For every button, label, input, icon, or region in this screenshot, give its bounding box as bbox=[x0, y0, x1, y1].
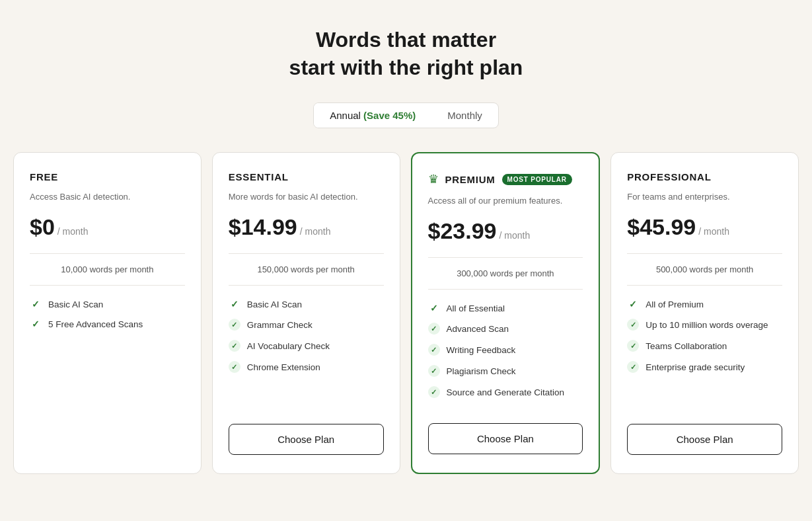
list-item: ✓Enterprise grade security bbox=[627, 361, 782, 373]
divider2-premium bbox=[428, 289, 583, 290]
feature-label: Enterprise grade security bbox=[646, 362, 745, 372]
plan-name-essential: ESSENTIAL bbox=[229, 171, 289, 182]
choose-plan-button-essential[interactable]: Choose Plan bbox=[229, 424, 384, 455]
plan-card-essential: ESSENTIALMore words for basic AI detecti… bbox=[212, 152, 400, 474]
list-item: ✓Plagiarism Check bbox=[428, 365, 583, 377]
plan-header-free: FREE bbox=[30, 171, 185, 186]
words-per-month-premium: 300,000 words per month bbox=[428, 268, 583, 278]
words-per-month-free: 10,000 words per month bbox=[30, 264, 185, 274]
list-item: ✓Basic AI Scan bbox=[229, 299, 384, 309]
price-period-professional: / month bbox=[698, 226, 729, 237]
plan-price-professional: $45.99/ month bbox=[627, 214, 782, 240]
crown-icon: ♛ bbox=[428, 172, 439, 186]
feature-label: AI Vocabulary Check bbox=[247, 341, 330, 351]
feature-label: Plagiarism Check bbox=[447, 366, 516, 376]
check-circle-icon: ✓ bbox=[428, 323, 440, 335]
list-item: ✓Teams Collaboration bbox=[627, 340, 782, 352]
plan-card-free: FREEAccess Basic AI detection.$0/ month1… bbox=[13, 152, 202, 474]
plans-container: FREEAccess Basic AI detection.$0/ month1… bbox=[13, 152, 799, 474]
plan-description-essential: More words for basic AI detection. bbox=[229, 192, 384, 204]
price-period-essential: / month bbox=[300, 226, 331, 237]
list-item: ✓5 Free Advanced Scans bbox=[30, 319, 185, 329]
plan-name-professional: PROFESSIONAL bbox=[627, 171, 711, 182]
words-per-month-essential: 150,000 words per month bbox=[229, 264, 384, 274]
price-amount-essential: $14.99 bbox=[229, 214, 297, 240]
check-circle-icon: ✓ bbox=[229, 361, 240, 373]
monthly-toggle-btn[interactable]: Monthly bbox=[431, 103, 498, 128]
price-period-premium: / month bbox=[499, 230, 531, 241]
list-item: ✓Writing Feedback bbox=[428, 344, 583, 356]
feature-label: All of Essential bbox=[447, 303, 505, 313]
divider1-free bbox=[30, 253, 185, 254]
divider2-professional bbox=[627, 285, 782, 286]
plan-name-premium: PREMIUM bbox=[445, 174, 496, 185]
feature-label: 5 Free Advanced Scans bbox=[48, 319, 143, 329]
features-list-free: ✓Basic AI Scan✓5 Free Advanced Scans bbox=[30, 299, 185, 439]
list-item: ✓All of Premium bbox=[627, 299, 782, 309]
feature-label: Teams Collaboration bbox=[646, 341, 727, 351]
price-amount-premium: $23.99 bbox=[428, 218, 497, 244]
price-amount-professional: $45.99 bbox=[627, 214, 696, 240]
divider2-essential bbox=[229, 285, 384, 286]
check-circle-icon: ✓ bbox=[627, 340, 639, 352]
list-item: ✓Advanced Scan bbox=[428, 323, 583, 335]
plan-header-professional: PROFESSIONAL bbox=[627, 171, 782, 186]
list-item: ✓AI Vocabulary Check bbox=[229, 340, 384, 352]
plan-header-essential: ESSENTIAL bbox=[229, 171, 384, 186]
list-item: ✓Chrome Extension bbox=[229, 361, 384, 373]
check-circle-icon: ✓ bbox=[627, 361, 639, 373]
words-per-month-professional: 500,000 words per month bbox=[627, 264, 782, 274]
plan-description-professional: For teams and enterprises. bbox=[627, 192, 782, 204]
billing-toggle: Annual (Save 45%) Monthly bbox=[313, 102, 499, 128]
plan-card-premium: ♛PREMIUMMOST POPULARAccess all of our pr… bbox=[411, 152, 601, 474]
divider1-premium bbox=[428, 257, 583, 258]
check-plain-icon: ✓ bbox=[428, 303, 440, 313]
feature-label: Source and Generate Citation bbox=[447, 387, 565, 397]
feature-label: Advanced Scan bbox=[447, 324, 509, 334]
plan-name-free: FREE bbox=[30, 171, 58, 182]
feature-label: All of Premium bbox=[646, 300, 704, 309]
plan-description-premium: Access all of our premium features. bbox=[428, 196, 583, 208]
feature-label: Up to 10 million words overage bbox=[646, 320, 768, 330]
feature-label: Basic AI Scan bbox=[247, 300, 302, 309]
check-circle-icon: ✓ bbox=[229, 340, 240, 352]
list-item: ✓Source and Generate Citation bbox=[428, 386, 583, 398]
check-circle-icon: ✓ bbox=[428, 344, 440, 356]
list-item: ✓Basic AI Scan bbox=[30, 299, 185, 309]
feature-label: Basic AI Scan bbox=[48, 300, 103, 309]
plan-price-free: $0/ month bbox=[30, 214, 185, 240]
choose-plan-button-premium[interactable]: Choose Plan bbox=[428, 423, 583, 454]
plan-description-free: Access Basic AI detection. bbox=[30, 192, 185, 204]
divider2-free bbox=[30, 285, 185, 286]
annual-toggle-btn[interactable]: Annual (Save 45%) bbox=[314, 103, 431, 128]
price-amount-free: $0 bbox=[30, 214, 55, 240]
check-plain-icon: ✓ bbox=[30, 299, 42, 309]
list-item: ✓Grammar Check bbox=[229, 319, 384, 331]
check-circle-icon: ✓ bbox=[428, 365, 440, 377]
price-period-free: / month bbox=[57, 226, 89, 237]
feature-label: Grammar Check bbox=[247, 320, 313, 330]
divider1-professional bbox=[627, 253, 782, 254]
plan-header-premium: ♛PREMIUMMOST POPULAR bbox=[428, 172, 583, 190]
plan-price-premium: $23.99/ month bbox=[428, 218, 583, 244]
features-list-essential: ✓Basic AI Scan✓Grammar Check✓AI Vocabula… bbox=[229, 299, 384, 408]
choose-plan-button-professional[interactable]: Choose Plan bbox=[627, 424, 782, 455]
check-plain-icon: ✓ bbox=[627, 299, 639, 309]
plan-price-essential: $14.99/ month bbox=[229, 214, 384, 240]
feature-label: Chrome Extension bbox=[247, 362, 320, 372]
features-list-premium: ✓All of Essential✓Advanced Scan✓Writing … bbox=[428, 303, 583, 407]
check-circle-icon: ✓ bbox=[627, 319, 639, 331]
check-circle-icon: ✓ bbox=[229, 319, 240, 331]
list-item: ✓Up to 10 million words overage bbox=[627, 319, 782, 331]
plan-card-professional: PROFESSIONALFor teams and enterprises.$4… bbox=[610, 152, 799, 474]
list-item: ✓All of Essential bbox=[428, 303, 583, 313]
check-circle-icon: ✓ bbox=[428, 386, 440, 398]
feature-label: Writing Feedback bbox=[447, 345, 516, 355]
most-popular-badge: MOST POPULAR bbox=[502, 174, 572, 185]
check-plain-icon: ✓ bbox=[30, 319, 42, 329]
divider1-essential bbox=[229, 253, 384, 254]
page-title: Words that matter start with the right p… bbox=[289, 26, 523, 81]
features-list-professional: ✓All of Premium✓Up to 10 million words o… bbox=[627, 299, 782, 408]
check-plain-icon: ✓ bbox=[229, 299, 240, 309]
